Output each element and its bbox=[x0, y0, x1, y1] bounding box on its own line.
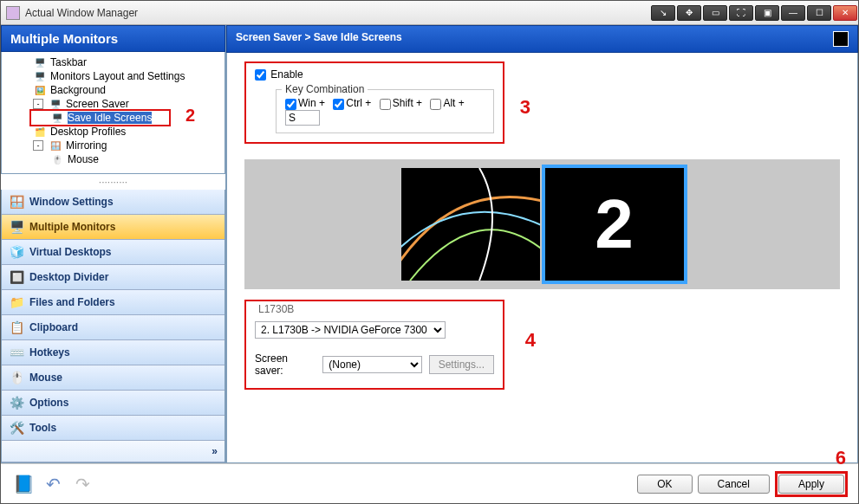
tree-item-desktop-profiles[interactable]: 🗂️Desktop Profiles bbox=[3, 125, 223, 139]
monitor-1-preview[interactable] bbox=[401, 168, 540, 281]
category-virtual-desktops[interactable]: 🧊Virtual Desktops bbox=[2, 240, 225, 265]
annotation-box-3: Enable Key Combination Win + Ctrl + Shif… bbox=[244, 61, 504, 144]
category-buttons: 🪟Window Settings🖥️Multiple Monitors🧊Virt… bbox=[1, 190, 225, 463]
category-label: Desktop Divider bbox=[29, 271, 108, 283]
breadcrumb-text: Screen Saver > Save Idle Screens bbox=[236, 31, 833, 47]
winbtn-extra-4[interactable]: ⛶ bbox=[729, 5, 753, 21]
tree-item-taskbar[interactable]: 🖥️Taskbar bbox=[3, 55, 223, 69]
alt-key-label[interactable]: Alt + bbox=[430, 97, 464, 109]
tree-item-mouse[interactable]: 🖱️Mouse bbox=[3, 152, 223, 166]
annotation-box-4: L1730B 2. L1730B -> NVIDIA GeForce 7300 … bbox=[244, 300, 504, 390]
winbtn-extra-2[interactable]: ✥ bbox=[677, 5, 701, 21]
category-tools[interactable]: 🛠️Tools bbox=[2, 416, 225, 441]
win-key-label[interactable]: Win + bbox=[285, 97, 325, 109]
title-bar: Actual Window Manager ↘ ✥ ▭ ⛶ ▣ — ☐ ✕ bbox=[1, 1, 858, 25]
window-title: Actual Window Manager bbox=[25, 7, 650, 19]
footer-bar: 📘 ↶ ↷ OK Cancel Apply 6 bbox=[1, 463, 858, 503]
winbtn-extra-5[interactable]: ▣ bbox=[755, 5, 779, 21]
sidebar-header: Multiple Monitors bbox=[1, 25, 225, 52]
tree-item-background[interactable]: 🖼️Background bbox=[3, 83, 223, 97]
tree-label: Mirroring bbox=[66, 139, 107, 152]
tree-label: Mouse bbox=[68, 153, 99, 165]
tree-item-monitors-layout-and-settings[interactable]: 🖥️Monitors Layout and Settings bbox=[3, 69, 223, 83]
category-icon: 🛠️ bbox=[9, 420, 24, 436]
annotation-box-6: Apply bbox=[775, 471, 848, 497]
category-label: Files and Folders bbox=[29, 296, 115, 308]
tree-toggle-icon[interactable]: - bbox=[33, 99, 43, 109]
undo-icon[interactable]: ↶ bbox=[41, 472, 65, 496]
monitor-select[interactable]: 2. L1730B -> NVIDIA GeForce 7300 GT bbox=[255, 321, 446, 339]
nav-tree: 🖥️Taskbar🖥️Monitors Layout and Settings🖼… bbox=[1, 52, 225, 174]
hotkey-input[interactable] bbox=[285, 110, 320, 126]
tree-label: Background bbox=[50, 84, 106, 96]
category-mouse[interactable]: 🖱️Mouse bbox=[2, 365, 225, 391]
cancel-button[interactable]: Cancel bbox=[698, 475, 770, 494]
tree-item-mirroring[interactable]: -🪟Mirroring bbox=[3, 139, 223, 152]
category-label: Mouse bbox=[29, 372, 62, 384]
category-label: Hotkeys bbox=[29, 346, 70, 359]
category-multiple-monitors[interactable]: 🖥️Multiple Monitors bbox=[2, 215, 225, 240]
splitter-handle[interactable]: ·········· bbox=[1, 174, 225, 190]
tree-icon: 🖱️ bbox=[50, 153, 64, 165]
tree-icon: 🖥️ bbox=[33, 70, 47, 82]
enable-checkbox[interactable] bbox=[255, 69, 266, 81]
category-icon: 🔲 bbox=[9, 269, 24, 285]
win-key-checkbox[interactable] bbox=[285, 99, 296, 110]
category-label: Tools bbox=[29, 422, 56, 434]
tree-toggle-icon[interactable]: - bbox=[33, 140, 43, 151]
annotation-number-4: 4 bbox=[525, 329, 536, 352]
minimize-button[interactable]: — bbox=[781, 5, 805, 21]
category-files-and-folders[interactable]: 📁Files and Folders bbox=[2, 290, 225, 315]
breadcrumb-bar: Screen Saver > Save Idle Screens bbox=[226, 25, 858, 53]
help-icon[interactable]: 📘 bbox=[11, 472, 36, 496]
enable-checkbox-label[interactable]: Enable bbox=[255, 68, 303, 81]
cutoff-label: L1730B bbox=[258, 303, 494, 315]
category-desktop-divider[interactable]: 🔲Desktop Divider bbox=[2, 265, 225, 290]
chevron-down-icon: » bbox=[211, 445, 218, 457]
category-label: Options bbox=[29, 397, 68, 409]
category-icon: 📋 bbox=[9, 320, 24, 335]
alt-key-checkbox[interactable] bbox=[430, 99, 441, 110]
category-hotkeys[interactable]: ⌨️Hotkeys bbox=[2, 340, 225, 365]
breadcrumb-icon[interactable] bbox=[833, 31, 849, 47]
tree-icon: 🖥️ bbox=[49, 98, 62, 110]
shift-key-checkbox[interactable] bbox=[380, 99, 391, 110]
monitor-2-preview[interactable]: 2 bbox=[545, 168, 684, 281]
redo-icon: ↷ bbox=[70, 472, 94, 496]
tree-icon: 🗂️ bbox=[33, 126, 47, 138]
maximize-button[interactable]: ☐ bbox=[807, 5, 831, 21]
category-icon: ⌨️ bbox=[9, 345, 24, 360]
category-icon: 🖱️ bbox=[9, 370, 24, 385]
tree-icon: 🖼️ bbox=[33, 84, 47, 96]
apply-button[interactable]: Apply bbox=[778, 475, 844, 494]
tree-icon: 🪟 bbox=[49, 139, 62, 152]
shift-key-label[interactable]: Shift + bbox=[380, 97, 422, 109]
ctrl-key-checkbox[interactable] bbox=[333, 99, 344, 110]
settings-button: Settings... bbox=[429, 355, 494, 374]
category-label: Multiple Monitors bbox=[29, 221, 115, 233]
category-options[interactable]: ⚙️Options bbox=[2, 391, 225, 416]
ctrl-key-label[interactable]: Ctrl + bbox=[333, 97, 371, 109]
category-clipboard[interactable]: 📋Clipboard bbox=[2, 315, 225, 340]
category-window-settings[interactable]: 🪟Window Settings bbox=[2, 190, 225, 215]
category-icon: 🪟 bbox=[9, 194, 24, 210]
winbtn-extra-3[interactable]: ▭ bbox=[703, 5, 727, 21]
tree-label: Save Idle Screens bbox=[68, 112, 152, 124]
category-icon: 🖥️ bbox=[9, 219, 24, 235]
close-button[interactable]: ✕ bbox=[833, 5, 857, 21]
annotation-number-6: 6 bbox=[836, 447, 846, 469]
screen-saver-select[interactable]: (None) bbox=[322, 356, 421, 373]
tree-icon: 🖥️ bbox=[50, 112, 64, 124]
category-overflow[interactable]: » bbox=[2, 441, 225, 462]
category-icon: ⚙️ bbox=[9, 395, 24, 410]
winbtn-extra-1[interactable]: ↘ bbox=[651, 5, 675, 21]
tree-label: Taskbar bbox=[50, 56, 87, 68]
ribbons-icon bbox=[401, 168, 540, 281]
window-buttons: ↘ ✥ ▭ ⛶ ▣ — ☐ ✕ bbox=[650, 5, 858, 21]
ok-button[interactable]: OK bbox=[637, 475, 692, 494]
content-pane: Screen Saver > Save Idle Screens Enable … bbox=[226, 25, 858, 463]
app-icon bbox=[6, 6, 20, 20]
tree-label: Monitors Layout and Settings bbox=[50, 70, 185, 82]
tree-label: Desktop Profiles bbox=[50, 126, 126, 138]
category-label: Virtual Desktops bbox=[29, 246, 111, 258]
